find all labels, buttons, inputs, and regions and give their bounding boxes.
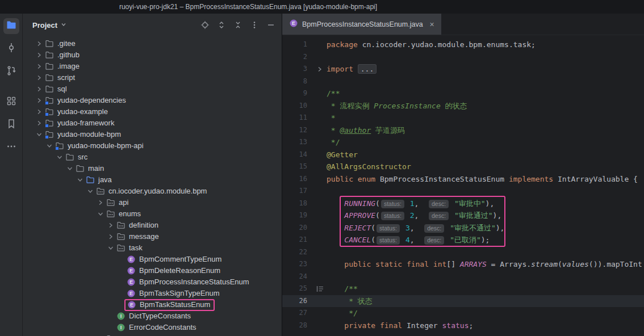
line-number[interactable]: 26 [282, 295, 307, 308]
tree-item-bpmdeletereasonenum[interactable]: EBpmDeleteReasonEnum [23, 265, 282, 276]
code-line-16[interactable]: 16public enum BpmProcessInstanceStatusEn… [282, 173, 644, 186]
chevron-right-icon[interactable] [34, 62, 44, 71]
code-line-12[interactable]: 12 * @author 芋道源码 [282, 124, 644, 137]
line-number[interactable]: 10 [282, 100, 307, 112]
chevron-right-icon[interactable] [34, 51, 44, 60]
code-line-17[interactable]: 17 [282, 185, 644, 198]
code-line-1[interactable]: 1package cn.iocoder.yudao.module.bpm.enu… [282, 39, 644, 51]
line-number[interactable]: 3 [282, 63, 307, 75]
activity-pull-requests-button[interactable] [3, 64, 19, 79]
code-line-18[interactable]: 18 RUNNING(status: 1, desc: "审批中"), [282, 198, 644, 210]
line-number[interactable]: 24 [282, 271, 307, 283]
locate-icon[interactable] [200, 20, 210, 30]
activity-project-button[interactable] [3, 18, 19, 34]
tree-item-yudao-example[interactable]: yudao-example [23, 106, 282, 117]
line-number[interactable]: 17 [282, 185, 307, 198]
activity-structure-button[interactable] [3, 94, 19, 110]
activity-more-button[interactable] [3, 140, 19, 156]
chevron-down-icon[interactable] [34, 130, 44, 139]
line-number[interactable]: 18 [282, 198, 307, 210]
project-view-selector[interactable]: Project [32, 20, 67, 30]
chevron-right-icon[interactable] [34, 107, 44, 116]
editor-tab[interactable]: E BpmProcessInstanceStatusEnum.java × [282, 14, 441, 35]
tree-item-bpmtasksigntypeenum[interactable]: EBpmTaskSignTypeEnum [23, 288, 282, 299]
chevron-right-icon[interactable] [34, 73, 44, 82]
line-number[interactable]: 2 [282, 51, 307, 64]
chevron-right-icon[interactable] [106, 232, 116, 241]
line-number[interactable]: 25 [282, 283, 307, 295]
line-number[interactable]: 28 [282, 320, 307, 332]
code-line-8[interactable]: 8 [282, 75, 644, 88]
code-line-28[interactable]: 28 private final Integer status; [282, 320, 644, 332]
tree-item-src[interactable]: src [23, 152, 282, 163]
chevron-right-icon[interactable] [34, 39, 44, 48]
line-number[interactable]: 22 [282, 246, 307, 259]
code-line-26[interactable]: 26 * 状态 [282, 295, 644, 308]
code-line-3[interactable]: 3import ... [282, 63, 644, 75]
line-number[interactable]: 9 [282, 87, 307, 100]
line-number[interactable]: 20 [282, 222, 307, 234]
chevron-right-icon[interactable] [34, 85, 44, 94]
activity-bookmarks-button[interactable] [3, 117, 19, 133]
tree-item-message[interactable]: message [23, 231, 282, 242]
code-line-20[interactable]: 20 REJECT(status: 3, desc: "审批不通过"), [282, 222, 644, 234]
line-number[interactable]: 21 [282, 234, 307, 246]
code-line-21[interactable]: 21 CANCEL(status: 4, desc: "已取消"); [282, 234, 644, 246]
code-line-27[interactable]: 27 */ [282, 307, 644, 320]
code-editor[interactable]: 1package cn.iocoder.yudao.module.bpm.enu… [282, 35, 644, 336]
chevron-right-icon[interactable] [95, 198, 106, 207]
tree-item-bpmprocessinstancestatusenum[interactable]: EBpmProcessInstanceStatusEnum [23, 276, 282, 288]
code-line-15[interactable]: 15@AllArgsConstructor [282, 161, 644, 173]
tree-item-yudao-framework[interactable]: yudao-framework [23, 117, 282, 129]
line-number[interactable]: 16 [282, 173, 307, 186]
line-number[interactable]: 27 [282, 307, 307, 320]
tree-item-yudao-dependencies[interactable]: yudao-dependencies [23, 95, 282, 106]
line-number[interactable]: 1 [282, 39, 307, 51]
tree-item-api[interactable]: api [23, 197, 282, 208]
code-line-14[interactable]: 14@Getter [282, 149, 644, 161]
tree-item-task[interactable]: task [23, 242, 282, 254]
line-number[interactable]: 15 [282, 161, 307, 173]
hide-icon[interactable] [266, 20, 276, 30]
line-number[interactable]: 14 [282, 149, 307, 161]
tree-item-gitee[interactable]: .gitee [23, 38, 282, 49]
tree-item-sql[interactable]: sql [23, 83, 282, 95]
tree-item-github[interactable]: .github [23, 49, 282, 61]
fold-chevron-icon[interactable] [307, 65, 327, 73]
options-icon[interactable] [249, 20, 260, 30]
chevron-down-icon[interactable] [106, 243, 116, 253]
tree-item-yudao-module-bpm[interactable]: yudao-module-bpm [23, 129, 282, 140]
tree-item-image[interactable]: .image [23, 61, 282, 72]
chevron-right-icon[interactable] [106, 221, 116, 230]
tree-item-dicttypeconstants[interactable]: IDictTypeConstants [23, 310, 282, 322]
tree-item-bpmtaskstatusenum[interactable]: EBpmTaskStatusEnum [23, 299, 282, 310]
code-line-11[interactable]: 11 * [282, 112, 644, 124]
tree-item-yudao-module-bpm-api[interactable]: yudao-module-bpm-api [23, 140, 282, 152]
code-line-25[interactable]: 25 /** [282, 283, 644, 295]
tree-item-main[interactable]: main [23, 163, 282, 174]
chevron-right-icon[interactable] [34, 96, 44, 105]
line-number[interactable]: 23 [282, 258, 307, 271]
line-number[interactable]: 12 [282, 124, 307, 137]
code-line-9[interactable]: 9/** [282, 87, 644, 100]
line-number[interactable]: 8 [282, 75, 307, 88]
chevron-down-icon[interactable] [95, 209, 106, 219]
chevron-down-icon[interactable] [55, 153, 65, 162]
tree-item-java[interactable]: java [23, 174, 282, 186]
tree-item-definition[interactable]: definition [23, 220, 282, 231]
tree-item-script[interactable]: script [23, 72, 282, 83]
tree-item-cn-iocoder-yudao-module-bpm[interactable]: cn.iocoder.yudao.module.bpm [23, 186, 282, 197]
code-line-10[interactable]: 10 * 流程实例 ProcessInstance 的状态 [282, 100, 644, 112]
code-line-24[interactable]: 24 [282, 271, 644, 283]
chevron-right-icon[interactable] [34, 119, 44, 128]
code-line-23[interactable]: 23 public static final int[] ARRAYS = Ar… [282, 258, 644, 271]
chevron-down-icon[interactable] [85, 187, 95, 196]
code-line-22[interactable]: 22 [282, 246, 644, 259]
code-line-19[interactable]: 19 APPROVE(status: 2, desc: "审批通过"), [282, 209, 644, 222]
tree-item-errorcodeconstants[interactable]: IErrorCodeConstants [23, 322, 282, 333]
tree-item-enums[interactable]: enums [23, 208, 282, 220]
chevron-down-icon[interactable] [75, 175, 85, 184]
line-number[interactable]: 13 [282, 136, 307, 149]
tree-item-partial[interactable] [23, 333, 282, 336]
expand-all-icon[interactable] [216, 20, 227, 30]
